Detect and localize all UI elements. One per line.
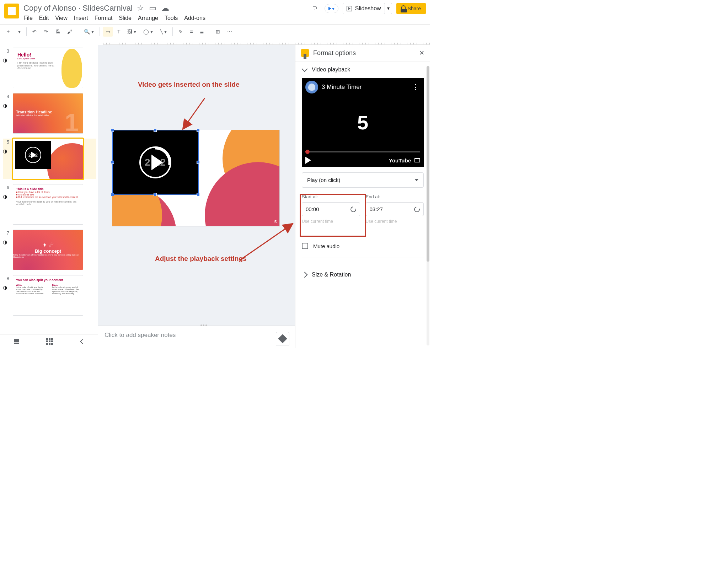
slide-canvas-area[interactable]: 5 Video gets inserted on the slide: [98, 45, 295, 326]
slide-canvas[interactable]: 5: [112, 130, 279, 226]
textbox-tool[interactable]: T: [114, 27, 123, 37]
explore-button[interactable]: [276, 332, 289, 345]
slide-thumb-6[interactable]: 6◑ This is a slide title■ Here you have …: [3, 184, 96, 225]
use-current-time-end[interactable]: Use current time: [366, 219, 424, 224]
transition-icon: ◑: [3, 239, 9, 246]
line-tool[interactable]: ╲ ▾: [157, 27, 170, 37]
ruler[interactable]: [103, 39, 430, 45]
document-title[interactable]: Copy of Alonso · SlidesCarnival: [23, 4, 133, 13]
annotation-arrow-2: [240, 217, 295, 264]
fullscreen-icon[interactable]: [414, 158, 420, 162]
comment-tool[interactable]: ⊞: [213, 27, 223, 37]
shape-tool[interactable]: ◯ ▾: [140, 27, 156, 37]
end-at-label: End at:: [366, 194, 424, 199]
distribute-tool[interactable]: ≣: [197, 27, 207, 37]
resize-handle[interactable]: [154, 193, 157, 196]
undo-button[interactable]: ↶: [30, 27, 39, 37]
video-play-icon[interactable]: [305, 157, 311, 164]
cloud-status-icon[interactable]: ☁: [161, 4, 169, 13]
star-icon[interactable]: ☆: [137, 4, 144, 13]
comments-icon[interactable]: 🗨: [309, 3, 320, 14]
resize-handle[interactable]: [111, 161, 114, 164]
chevron-down-icon: [415, 179, 418, 181]
filmstrip-footer: [0, 334, 98, 348]
slide-thumb-3[interactable]: 3◑ Hello!I am Jayden SmithI am here beca…: [3, 48, 96, 88]
transition-icon: ◑: [3, 57, 9, 64]
slide-thumb-7[interactable]: 7◑ ✦ ☄Big conceptBring the attention of …: [3, 230, 96, 270]
video-object[interactable]: [113, 130, 198, 194]
menu-file[interactable]: File: [23, 15, 33, 21]
annotation-highlight-box: [300, 194, 366, 237]
section-video-playback[interactable]: Video playback: [295, 61, 430, 78]
slideshow-dropdown[interactable]: ▾: [385, 3, 392, 14]
zoom-button[interactable]: 🔍 ▾: [81, 27, 97, 37]
slides-logo-icon[interactable]: [4, 4, 19, 18]
format-options-icon: [301, 49, 309, 57]
resize-handle[interactable]: [111, 129, 114, 132]
svg-line-0: [183, 98, 205, 128]
slide-thumb-8[interactable]: 8◑ You can also split your contentWhiteI…: [3, 275, 96, 316]
chevron-right-icon: [302, 272, 308, 278]
play-mode-select[interactable]: Play (on click): [302, 172, 424, 188]
refresh-icon[interactable]: [413, 205, 421, 213]
resize-handle[interactable]: [197, 161, 200, 164]
resize-handle[interactable]: [197, 193, 200, 196]
print-button[interactable]: 🖶: [52, 27, 63, 37]
image-tool[interactable]: 🖼 ▾: [124, 27, 139, 37]
menu-slide[interactable]: Slide: [119, 15, 132, 21]
grid-view-icon[interactable]: [46, 338, 53, 345]
menu-bar: File Edit View Insert Format Slide Arran…: [23, 14, 309, 23]
svg-line-1: [240, 224, 292, 260]
end-at-input[interactable]: 03:27: [366, 202, 424, 216]
format-options-panel: Format options ✕ Video playback 3 Minute…: [295, 45, 430, 348]
video-seek-bar[interactable]: [305, 151, 420, 152]
move-icon[interactable]: ▭: [149, 4, 156, 13]
new-slide-button[interactable]: ＋: [3, 26, 14, 37]
slideshow-button[interactable]: Slideshow: [343, 3, 385, 14]
title-bar: Copy of Alonso · SlidesCarnival ☆ ▭ ☁ Fi…: [0, 0, 430, 24]
edit-points-tool[interactable]: ✎: [176, 27, 186, 37]
lock-icon: [401, 5, 406, 10]
menu-edit[interactable]: Edit: [39, 15, 49, 21]
transition-icon: ◑: [3, 194, 9, 200]
annotation-text-2: Adjust the playback settings: [155, 254, 247, 263]
chevron-down-icon: [302, 66, 308, 72]
transition-icon: ◑: [3, 148, 9, 155]
collapse-filmstrip-icon[interactable]: [80, 339, 85, 344]
menu-arrange[interactable]: Arrange: [138, 15, 158, 21]
paint-format-button[interactable]: 🖌: [64, 27, 75, 37]
section-size-rotation[interactable]: Size & Rotation: [295, 267, 430, 283]
redo-button[interactable]: ↷: [41, 27, 51, 37]
menu-insert[interactable]: Insert: [74, 15, 88, 21]
mute-audio-checkbox[interactable]: Mute audio: [302, 243, 424, 249]
new-slide-dropdown[interactable]: ▾: [15, 27, 23, 37]
speaker-notes[interactable]: Click to add speaker notes: [98, 326, 295, 348]
menu-tools[interactable]: Tools: [165, 15, 178, 21]
resize-handle[interactable]: [111, 193, 114, 196]
present-dropdown[interactable]: ▾: [325, 4, 338, 13]
annotation-text-1: Video gets inserted on the slide: [138, 80, 248, 89]
menu-format[interactable]: Format: [95, 15, 113, 21]
play-icon[interactable]: [151, 155, 163, 170]
filmstrip[interactable]: 3◑ Hello!I am Jayden SmithI am here beca…: [0, 45, 98, 348]
filmstrip-view-icon[interactable]: [14, 339, 19, 344]
more-tools[interactable]: ⋯: [224, 27, 235, 37]
select-tool[interactable]: ▭: [103, 27, 113, 37]
transition-icon: ◑: [3, 285, 9, 291]
slide-thumb-4[interactable]: 4◑ Transition HeadlineLet's start with t…: [3, 93, 96, 134]
transition-icon: ◑: [3, 103, 9, 109]
video-preview[interactable]: 3 Minute Timer⋮ 5 YouTube: [302, 78, 424, 167]
panel-scrollbar[interactable]: [427, 66, 429, 345]
notes-resize-handle[interactable]: [197, 324, 211, 327]
toolbar: ＋ ▾ ↶ ↷ 🖶 🖌 🔍 ▾ ▭ T 🖼 ▾ ◯ ▾ ╲ ▾ ✎ ≡ ≣ ⊞ …: [0, 24, 430, 39]
align-tool[interactable]: ≡: [187, 27, 196, 37]
close-panel-button[interactable]: ✕: [419, 49, 424, 57]
share-button[interactable]: Share: [396, 3, 426, 14]
slide-thumb-5[interactable]: 5◑: [3, 139, 96, 179]
resize-handle[interactable]: [154, 129, 157, 132]
menu-addons[interactable]: Add-ons: [184, 15, 205, 21]
menu-view[interactable]: View: [55, 15, 67, 21]
panel-title: Format options: [313, 49, 415, 57]
annotation-arrow-1: [183, 98, 219, 135]
